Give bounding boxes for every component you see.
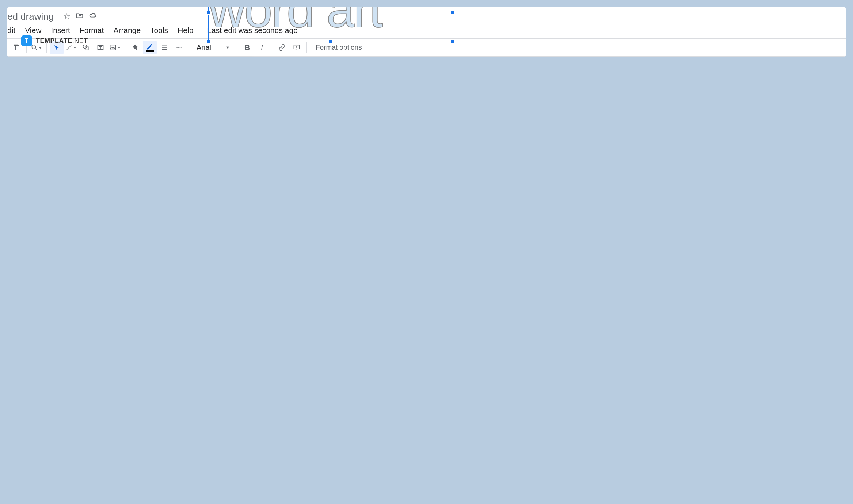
watermark-text: TEMPLATE.NET — [36, 37, 88, 45]
border-weight-button[interactable] — [157, 41, 171, 54]
wordart-selection[interactable]: word art — [208, 7, 453, 42]
cloud-icon[interactable] — [89, 12, 97, 22]
toolbar-sep — [189, 42, 189, 53]
star-icon[interactable]: ☆ — [63, 12, 71, 22]
title-icons: ☆ — [63, 12, 97, 22]
border-color-button[interactable] — [143, 41, 157, 54]
app-window: ed drawing ☆ dit View Insert Format Arra… — [7, 7, 846, 57]
resize-handle[interactable] — [329, 40, 332, 43]
menu-edit[interactable]: dit — [7, 26, 15, 35]
menu-help[interactable]: Help — [178, 26, 193, 35]
resize-handle[interactable] — [207, 40, 210, 43]
watermark-icon: T — [21, 35, 32, 46]
menu-arrange[interactable]: Arrange — [113, 26, 141, 35]
fill-color-button[interactable] — [128, 41, 142, 54]
menu-format[interactable]: Format — [80, 26, 104, 35]
move-folder-icon[interactable] — [76, 12, 84, 22]
italic-button[interactable]: I — [255, 41, 269, 54]
comment-button[interactable] — [290, 41, 304, 54]
resize-handle[interactable] — [451, 11, 454, 15]
resize-handle[interactable] — [451, 40, 454, 43]
menu-view[interactable]: View — [25, 26, 41, 35]
font-select[interactable]: Arial▼ — [192, 43, 234, 52]
doc-title[interactable]: ed drawing — [7, 11, 54, 22]
menu-tools[interactable]: Tools — [150, 26, 168, 35]
image-tool[interactable]: ▼ — [108, 41, 122, 54]
wordart-text: word art — [209, 7, 453, 35]
format-options-button[interactable]: Format options — [310, 43, 368, 51]
textbox-tool[interactable] — [94, 41, 107, 54]
border-dash-button[interactable] — [172, 41, 186, 54]
watermark: T TEMPLATE.NET — [21, 35, 88, 46]
toolbar-sep — [237, 42, 237, 53]
toolbar-sep — [125, 42, 125, 53]
toolbar-sep — [306, 42, 307, 53]
toolbar-sep — [272, 42, 272, 53]
link-button[interactable] — [275, 41, 289, 54]
resize-handle[interactable] — [207, 11, 210, 15]
bold-button[interactable]: B — [240, 41, 254, 54]
menu-insert[interactable]: Insert — [51, 26, 70, 35]
